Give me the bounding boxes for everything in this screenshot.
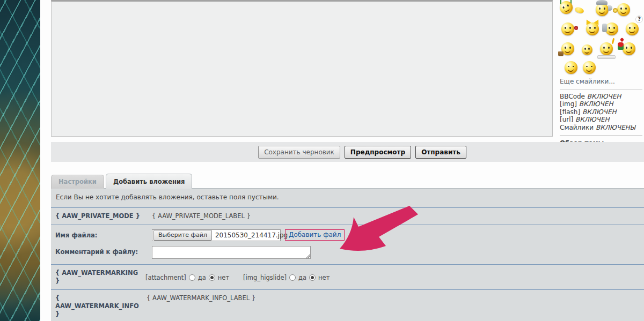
smiley-icon[interactable]: ?: [626, 23, 639, 35]
smiley-icon[interactable]: [561, 42, 574, 55]
radio-higslide-yes[interactable]: [289, 274, 296, 281]
tab-settings[interactable]: Настройки: [51, 175, 104, 189]
selected-file-name: 20150530_214417.jpg: [215, 232, 288, 239]
watermark-info-label: { AAW_WATERMARK_INFO }: [55, 294, 147, 318]
add-file-link[interactable]: Добавить файл: [289, 231, 341, 238]
flowers-icon: [618, 42, 624, 50]
watermark-info-value: { AAW_WATERMARK_INFO_LABEL }: [147, 294, 255, 318]
smiley-icon[interactable]: [600, 42, 613, 55]
bbcode-status: ВКЛЮЧЕН: [587, 93, 621, 100]
popcorn-icon: [558, 51, 564, 56]
file-name-label: Имя файла:: [55, 229, 152, 241]
smiley-oval-icon: [574, 6, 584, 14]
smiley-icon[interactable]: [586, 23, 599, 35]
file-row: Имя файла: Выберите файл 20150530_214417…: [51, 225, 644, 265]
sidebar-divider: [560, 89, 642, 89]
watermark-info-row: { AAW_WATERMARK_INFO } { AAW_WATERMARK_I…: [51, 290, 644, 321]
radio-higslide-no[interactable]: [309, 274, 316, 281]
submit-button-band: Сохранить черновик Предпросмотр Отправит…: [51, 142, 644, 162]
save-draft-button[interactable]: Сохранить черновик: [258, 146, 340, 159]
armor-icon: [602, 24, 607, 32]
watermarking-row: { AAW_WATERMARKING } [attachment] да нет…: [51, 265, 644, 290]
smiley-icon[interactable]: [583, 61, 596, 74]
smiley-icon[interactable]: [582, 44, 592, 55]
bbcode-status: ВКЛЮЧЕН: [579, 100, 613, 108]
heart-icon: [620, 38, 624, 42]
bbcode-status-line: BBCode ВКЛЮЧЕН: [560, 93, 644, 100]
smiley-icon[interactable]: [596, 3, 609, 16]
smiley-icon[interactable]: [617, 3, 630, 16]
private-mode-value: { AAW_PRIVATE_MODE_LABEL }: [152, 212, 251, 220]
horn-icon: [584, 18, 591, 25]
watermark-group-name: [img_higslide]: [243, 274, 287, 282]
bbcode-name: [url]: [560, 116, 573, 123]
smiley-icon[interactable]: [605, 23, 618, 35]
tab-add-attachments[interactable]: Добавить вложения: [106, 174, 192, 189]
horn-icon: [594, 18, 601, 25]
smiley-icon[interactable]: [558, 0, 575, 16]
bbcode-name: Смайлики: [560, 124, 594, 131]
radio-label-no: нет: [218, 274, 229, 282]
smiley-icon[interactable]: [623, 42, 635, 55]
podium-icon: [597, 55, 616, 59]
bbcode-name: BBCode: [560, 93, 585, 100]
radio-attachment-no[interactable]: [209, 274, 215, 281]
attachments-panel: Если Вы не хотите добавлять вложения, ос…: [51, 188, 644, 321]
watermark-higslide-group: [img_higslide] да нет: [243, 274, 330, 282]
raised-arm-icon: [612, 38, 615, 44]
watermarking-label: { AAW_WATERMARKING }: [55, 269, 145, 285]
sidebar-divider: [560, 135, 642, 136]
background-artwork: [0, 0, 40, 321]
watermark-attachment-group: [attachment] да нет: [145, 274, 229, 282]
bbcode-status-line: [url] ВКЛЮЧЕН: [560, 116, 644, 123]
file-comment-textarea[interactable]: [152, 246, 311, 259]
radio-label-yes: да: [198, 274, 206, 282]
submit-button[interactable]: Отправить: [415, 146, 466, 159]
private-mode-row: { AAW_PRIVATE_MODE } { AAW_PRIVATE_MODE_…: [51, 208, 644, 225]
file-input[interactable]: Выберите файл 20150530_214417.jpg: [152, 229, 281, 241]
smiley-icon[interactable]: [561, 23, 574, 35]
smiley-icon[interactable]: [565, 61, 577, 74]
bbcode-status: ВКЛЮЧЕН: [575, 116, 610, 123]
annotation-highlight-box: Добавить файл: [285, 229, 345, 241]
bbcode-name: [img]: [560, 100, 577, 108]
attachments-notice: Если Вы не хотите добавлять вложения, ос…: [51, 189, 644, 208]
viking-helmet-icon: [596, 0, 608, 5]
bbcode-status-line: Смайлики ВКЛЮЧЕНЫ: [560, 124, 644, 131]
bbcode-status-line: [img] ВКЛЮЧЕН: [560, 100, 644, 108]
radio-attachment-yes[interactable]: [189, 274, 195, 281]
bbcode-name: [flash]: [560, 108, 580, 116]
axe-icon: [608, 5, 612, 11]
radio-label-no: нет: [318, 274, 330, 282]
private-mode-label: { AAW_PRIVATE_MODE }: [55, 212, 152, 220]
more-smileys-link[interactable]: Еще смайлики...: [560, 78, 644, 85]
bbcode-status: ВКЛЮЧЕНЫ: [596, 124, 635, 131]
wine-glass-icon: [574, 26, 578, 30]
page-content: ? Еще смайлики... BBCode ВКЛЮЧЕН [img] В…: [40, 0, 644, 321]
posting-tabs: Настройки Добавить вложения: [51, 174, 192, 189]
message-textarea[interactable]: [51, 0, 553, 137]
bbcode-status-line: [flash] ВКЛЮЧЕН: [560, 108, 644, 116]
radio-label-yes: да: [298, 274, 306, 282]
file-comment-label: Комментарий к файлу:: [55, 246, 152, 259]
bbcode-status: ВКЛЮЧЕН: [582, 108, 617, 116]
watermark-group-name: [attachment]: [145, 274, 186, 282]
smiley-sidebar: ? Еще смайлики... BBCode ВКЛЮЧЕН [img] В…: [558, 0, 644, 147]
question-bubble-icon: ?: [635, 16, 643, 23]
preview-button[interactable]: Предпросмотр: [345, 146, 411, 159]
choose-file-button[interactable]: Выберите файл: [153, 230, 212, 241]
coin-icon: [613, 8, 618, 13]
